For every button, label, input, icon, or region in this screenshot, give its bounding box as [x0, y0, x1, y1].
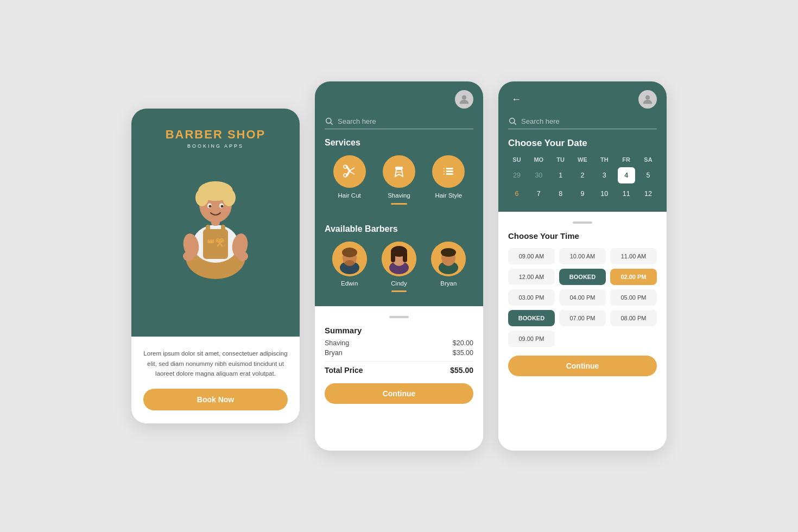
- cal-day-4-selected[interactable]: 4: [618, 167, 635, 183]
- drag-handle-screen3: [573, 221, 592, 224]
- cal-day-1[interactable]: 1: [552, 167, 569, 183]
- continue-button-screen3[interactable]: Continue: [508, 356, 657, 376]
- screen1-landing: BARBER SHOP BOOKING APPS: [131, 109, 300, 423]
- haircut-icon-circle: [333, 155, 366, 188]
- choose-date-title: Choose Your Date: [508, 138, 657, 149]
- total-label: Total Price: [325, 366, 363, 375]
- screen2-services: Search here Services Hair Cut Shaving: [315, 81, 483, 451]
- screen3-top: ← Search here Choose Your Date SU MO TU …: [498, 81, 667, 212]
- time-0300pm[interactable]: 03.00 PM: [508, 289, 555, 306]
- svg-rect-61: [442, 251, 455, 256]
- svg-rect-8: [211, 239, 212, 242]
- cindy-underline: [391, 290, 407, 292]
- summary-row-bryan: Bryan $35.00: [325, 349, 473, 357]
- svg-line-33: [331, 123, 333, 125]
- time-1100[interactable]: 11.00 AM: [610, 248, 657, 264]
- time-1000[interactable]: 10.00 AM: [559, 248, 606, 264]
- back-button[interactable]: ←: [508, 92, 524, 107]
- continue-button-screen2[interactable]: Continue: [325, 383, 473, 404]
- barber-edwin[interactable]: Edwin: [332, 242, 367, 292]
- cal-day-9[interactable]: 9: [574, 186, 591, 202]
- search-bar[interactable]: Search here: [325, 114, 473, 129]
- svg-line-36: [349, 168, 354, 171]
- services-row: Hair Cut Shaving Hair Style: [325, 155, 473, 205]
- cal-header-mo: MO: [530, 156, 547, 163]
- edwin-label: Edwin: [341, 280, 358, 287]
- user-avatar-screen3[interactable]: [638, 90, 657, 109]
- app-subtitle: BOOKING APPS: [187, 143, 244, 149]
- cindy-avatar: [382, 242, 416, 276]
- svg-point-32: [326, 118, 331, 123]
- services-title: Services: [325, 138, 473, 148]
- shaving-icon-circle: [383, 155, 415, 188]
- haircut-label: Hair Cut: [338, 192, 361, 199]
- search-placeholder-screen3: Search here: [521, 117, 560, 125]
- cal-day-3[interactable]: 3: [596, 167, 613, 183]
- cal-header-tu: TU: [552, 156, 569, 163]
- cal-day-5[interactable]: 5: [639, 167, 657, 183]
- svg-point-24: [216, 185, 231, 198]
- app-title: BARBER SHOP: [166, 128, 266, 141]
- screen3-datetime: ← Search here Choose Your Date SU MO TU …: [498, 81, 667, 451]
- cal-day-29[interactable]: 29: [508, 167, 525, 183]
- cal-day-10[interactable]: 10: [596, 186, 613, 202]
- svg-point-49: [342, 248, 357, 257]
- service-shaving[interactable]: Shaving: [383, 155, 415, 205]
- bryan-avatar: [431, 242, 466, 276]
- time-0900pm[interactable]: 09.00 PM: [508, 331, 555, 347]
- cal-day-2[interactable]: 2: [574, 167, 591, 183]
- cal-day-12[interactable]: 12: [639, 186, 657, 202]
- screen2-header: [325, 90, 473, 109]
- time-0800pm[interactable]: 08.00 PM: [610, 310, 657, 326]
- svg-line-64: [514, 123, 516, 125]
- cal-day-30[interactable]: 30: [530, 167, 547, 183]
- summary-bryan-price: $35.00: [453, 349, 473, 357]
- time-1200[interactable]: 12.00 AM: [508, 269, 555, 285]
- barber-cindy[interactable]: Cindy: [382, 242, 416, 292]
- screen2-top: Search here Services Hair Cut Shaving: [315, 81, 483, 217]
- svg-rect-6: [208, 239, 209, 242]
- time-booked-1: BOOKED: [559, 269, 606, 285]
- time-grid: 09.00 AM 10.00 AM 11.00 AM 12.00 AM BOOK…: [508, 248, 657, 347]
- svg-point-43: [444, 168, 446, 170]
- summary-shaving-price: $20.00: [453, 339, 473, 347]
- time-0900[interactable]: 09.00 AM: [508, 248, 555, 264]
- svg-rect-56: [403, 251, 407, 262]
- svg-point-16: [183, 251, 194, 261]
- cal-day-11[interactable]: 11: [618, 186, 635, 202]
- book-now-button[interactable]: Book Now: [143, 389, 288, 410]
- svg-point-31: [462, 96, 466, 100]
- cal-header-fr: FR: [618, 156, 635, 163]
- barber-bryan[interactable]: Bryan: [431, 242, 466, 292]
- drag-handle: [389, 316, 409, 318]
- time-0200pm-selected[interactable]: 02.00 PM: [610, 269, 657, 285]
- summary-shaving-label: Shaving: [325, 339, 349, 347]
- svg-point-44: [444, 170, 446, 173]
- time-0700pm[interactable]: 07.00 PM: [559, 310, 606, 326]
- screens-container: BARBER SHOP BOOKING APPS: [110, 60, 688, 472]
- svg-rect-55: [391, 251, 395, 262]
- cal-day-7[interactable]: 7: [530, 186, 547, 202]
- time-booked-2: BOOKED: [508, 310, 555, 326]
- user-avatar[interactable]: [455, 90, 473, 109]
- cal-day-8[interactable]: 8: [552, 186, 569, 202]
- time-0400pm[interactable]: 04.00 PM: [559, 289, 606, 306]
- svg-point-17: [237, 251, 248, 261]
- search-bar-screen3[interactable]: Search here: [508, 114, 657, 129]
- time-section: Choose Your Time 09.00 AM 10.00 AM 11.00…: [498, 212, 667, 451]
- shaving-label: Shaving: [388, 192, 410, 199]
- summary-title: Summary: [325, 326, 473, 335]
- choose-time-title: Choose Your Time: [508, 231, 657, 240]
- cal-header-su: SU: [508, 156, 525, 163]
- total-price: $55.00: [450, 366, 473, 375]
- barbers-row: Edwin Cind: [325, 242, 473, 292]
- svg-point-30: [223, 208, 228, 212]
- svg-point-27: [209, 205, 212, 207]
- hairstyle-label: Hair Style: [435, 192, 462, 199]
- cal-day-6[interactable]: 6: [508, 186, 525, 202]
- service-hairstyle[interactable]: Hair Style: [432, 155, 465, 205]
- time-0500pm[interactable]: 05.00 PM: [610, 289, 657, 306]
- svg-rect-3: [206, 225, 210, 236]
- summary-row-shaving: Shaving $20.00: [325, 339, 473, 347]
- service-haircut[interactable]: Hair Cut: [333, 155, 366, 205]
